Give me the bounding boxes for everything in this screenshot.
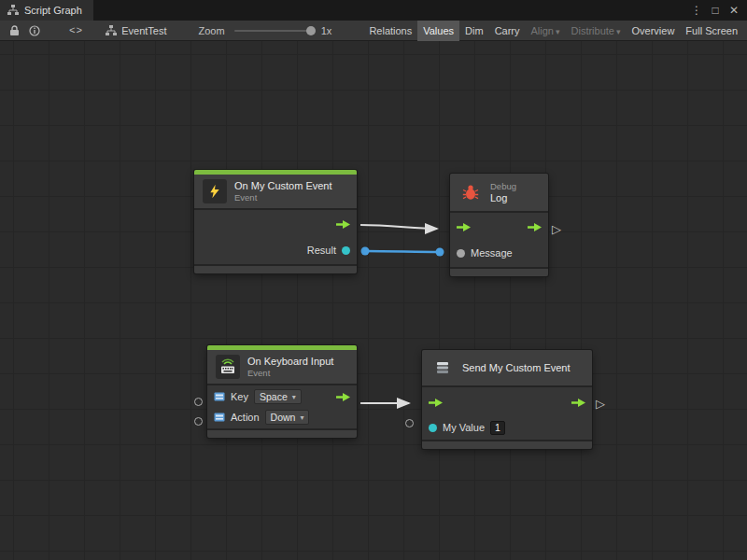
- bug-icon: [458, 180, 483, 204]
- graph-name: EventTest: [121, 25, 166, 36]
- control-output-port[interactable]: [528, 218, 542, 235]
- connection-result-to-message[interactable]: [361, 247, 444, 257]
- window-titlebar: Script Graph ⋮ □ ✕: [0, 0, 747, 21]
- node-category: Debug: [490, 181, 516, 192]
- chevron-down-icon: ▾: [556, 27, 560, 36]
- port-label-my-value: My Value: [443, 422, 485, 433]
- node-footer: [450, 269, 548, 276]
- control-output-port[interactable]: [336, 216, 350, 232]
- node-subtitle: Event: [234, 192, 332, 203]
- code-view-button[interactable]: <>: [69, 25, 83, 36]
- node-on-my-custom-event[interactable]: On My Custom Event Event Result: [194, 170, 357, 273]
- info-button[interactable]: [24, 21, 45, 41]
- info-icon: [29, 25, 40, 36]
- node-footer: [422, 441, 592, 449]
- send-event-icon: [430, 356, 455, 380]
- node-footer: [207, 430, 357, 438]
- window-maximize-button[interactable]: □: [708, 4, 723, 17]
- connection-control-event-to-log[interactable]: [360, 225, 437, 229]
- value-input-port[interactable]: [457, 249, 465, 258]
- script-graph-icon: [106, 25, 117, 36]
- control-input-port[interactable]: [429, 394, 443, 411]
- continue-arrow-icon: ▷: [552, 223, 561, 235]
- graph-reference[interactable]: EventTest: [106, 25, 166, 36]
- tab-script-graph[interactable]: Script Graph: [0, 0, 93, 21]
- key-dropdown[interactable]: Space ▾: [254, 389, 302, 404]
- zoom-slider[interactable]: [234, 30, 313, 32]
- connections-layer: [0, 41, 747, 560]
- node-footer: [194, 266, 357, 273]
- zoom-value: 1x: [321, 25, 332, 36]
- port-label-result: Result: [307, 245, 336, 256]
- graph-canvas[interactable]: On My Custom Event Event Result: [0, 41, 747, 560]
- unconnected-port-my-value[interactable]: [405, 419, 414, 427]
- node-subtitle: Event: [247, 368, 333, 379]
- tab-title: Script Graph: [24, 5, 82, 16]
- port-label-key: Key: [231, 391, 248, 402]
- zoom-slider-knob[interactable]: [306, 26, 316, 35]
- unconnected-port-key[interactable]: [194, 398, 203, 406]
- chevron-down-icon: ▾: [292, 393, 296, 401]
- lock-button[interactable]: [4, 21, 24, 41]
- full-screen-button[interactable]: Full Screen: [680, 21, 743, 41]
- unconnected-port-action[interactable]: [194, 417, 203, 426]
- action-dropdown[interactable]: Down ▾: [265, 410, 310, 425]
- node-title: On Keyboard Input: [247, 356, 333, 368]
- relations-button[interactable]: Relations: [363, 21, 417, 41]
- continue-arrow-icon: ▷: [596, 398, 605, 410]
- node-title: Log: [490, 192, 516, 204]
- lock-icon: [9, 25, 20, 36]
- keycode-type-icon: [214, 391, 225, 402]
- zoom-label: Zoom: [199, 25, 225, 36]
- carry-button[interactable]: Carry: [489, 21, 526, 41]
- chevron-down-icon: ▾: [616, 27, 621, 36]
- distribute-dropdown[interactable]: Distribute▾: [566, 21, 627, 41]
- node-debug-log[interactable]: Debug Log Message: [450, 174, 548, 276]
- graph-toolbar: <> EventTest Zoom 1x Relations Values Di…: [0, 21, 747, 41]
- port-label-message: Message: [471, 247, 513, 259]
- window-menu-button[interactable]: ⋮: [689, 4, 704, 17]
- keyboard-icon: [216, 355, 240, 379]
- values-button[interactable]: Values: [417, 21, 459, 41]
- control-output-port[interactable]: [571, 394, 585, 411]
- control-input-port[interactable]: [457, 218, 471, 235]
- control-output-port[interactable]: [336, 388, 350, 405]
- graph-icon: [7, 5, 19, 16]
- lightning-icon: [203, 179, 227, 203]
- chevron-down-icon: ▾: [300, 413, 303, 422]
- node-send-my-custom-event[interactable]: Send My Custom Event My Value 1: [422, 350, 592, 449]
- window-close-button[interactable]: ✕: [726, 4, 741, 17]
- overview-button[interactable]: Overview: [627, 21, 681, 41]
- port-label-action: Action: [231, 412, 260, 423]
- value-input-port[interactable]: [429, 424, 437, 432]
- node-title: On My Custom Event: [234, 180, 332, 192]
- action-type-icon: [214, 412, 225, 423]
- align-dropdown[interactable]: Align▾: [526, 21, 566, 41]
- value-output-port[interactable]: [342, 246, 350, 255]
- dim-button[interactable]: Dim: [459, 21, 489, 41]
- my-value-field[interactable]: 1: [490, 421, 505, 435]
- node-title: Send My Custom Event: [462, 362, 571, 374]
- node-on-keyboard-input[interactable]: On Keyboard Input Event Key Space ▾: [207, 345, 357, 438]
